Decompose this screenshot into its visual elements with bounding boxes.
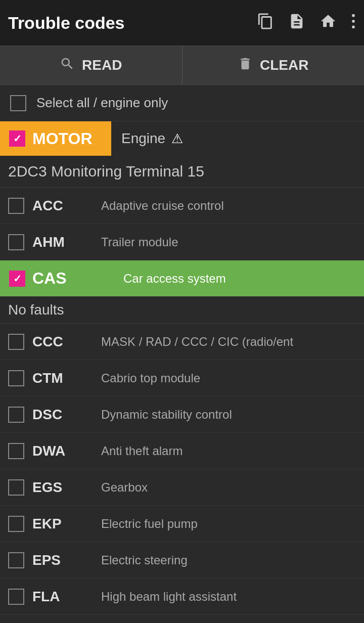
read-button[interactable]: READ (0, 46, 183, 84)
module-row-cas[interactable]: CAS Car access system (0, 260, 364, 297)
more-options-icon[interactable] (351, 13, 356, 33)
svg-point-2 (352, 25, 355, 28)
header-icon-group (257, 13, 356, 33)
module-row-frm[interactable]: FRM Footwell module (lights) (0, 615, 364, 623)
egs-desc: Gearbox (101, 480, 356, 495)
motor-badge[interactable]: MOTOR (0, 121, 111, 156)
eps-code: EPS (32, 552, 93, 568)
cas-checkbox[interactable] (9, 271, 25, 287)
egs-checkbox[interactable] (8, 479, 24, 496)
module-row-ahm[interactable]: AHM Trailer module (0, 224, 364, 260)
module-row-eps[interactable]: EPS Electric steering (0, 542, 364, 579)
module-row-ekp[interactable]: EKP Electric fuel pump (0, 506, 364, 542)
clear-label: CLEAR (260, 57, 308, 73)
ctm-code: CTM (32, 370, 93, 386)
ctm-checkbox[interactable] (8, 370, 24, 386)
module-row-egs[interactable]: EGS Gearbox (0, 469, 364, 506)
module-row-fla[interactable]: FLA High beam light assistant (0, 579, 364, 615)
select-all-label: Select all / engine only (36, 95, 168, 111)
fla-checkbox[interactable] (8, 589, 24, 605)
section-title: 2DC3 Monitoring Terminal 15 (0, 156, 364, 188)
motor-label: MOTOR (32, 129, 93, 148)
select-all-row[interactable]: Select all / engine only (0, 85, 364, 121)
ctm-desc: Cabrio top module (101, 371, 356, 385)
warning-icon: ⚠ (171, 131, 183, 147)
cas-desc: Car access system (119, 272, 364, 286)
dwa-checkbox[interactable] (8, 443, 24, 459)
eps-desc: Electric steering (101, 553, 356, 567)
clear-button[interactable]: CLEAR (183, 46, 365, 84)
dwa-code: DWA (32, 443, 93, 459)
document-icon[interactable] (288, 13, 305, 33)
copy-icon[interactable] (257, 13, 274, 33)
fla-desc: High beam light assistant (101, 590, 356, 604)
acc-desc: Adaptive cruise control (101, 199, 356, 213)
svg-point-1 (352, 20, 355, 23)
search-icon (60, 56, 75, 75)
read-label: READ (82, 57, 122, 73)
ekp-checkbox[interactable] (8, 516, 24, 532)
fla-code: FLA (32, 589, 93, 605)
svg-point-0 (352, 14, 355, 17)
module-row-dsc[interactable]: DSC Dynamic stability control (0, 396, 364, 433)
module-row-ctm[interactable]: CTM Cabrio top module (0, 360, 364, 396)
page-title: Trouble codes (8, 13, 257, 33)
dwa-desc: Anti theft alarm (101, 444, 356, 458)
dsc-desc: Dynamic stability control (101, 408, 356, 422)
acc-checkbox[interactable] (8, 198, 24, 214)
engine-label: Engine (121, 130, 165, 147)
cas-code: CAS (32, 269, 93, 288)
delete-icon (238, 56, 253, 75)
module-row-dwa[interactable]: DWA Anti theft alarm (0, 433, 364, 469)
ekp-code: EKP (32, 516, 93, 532)
ekp-desc: Electric fuel pump (101, 517, 356, 531)
ahm-checkbox[interactable] (8, 234, 24, 250)
home-icon[interactable] (320, 13, 337, 33)
ccc-checkbox[interactable] (8, 334, 24, 350)
dsc-code: DSC (32, 407, 93, 423)
ccc-code: CCC (32, 334, 93, 350)
motor-engine-info: Engine ⚠ (111, 130, 193, 147)
acc-code: ACC (32, 198, 93, 214)
ahm-code: AHM (32, 234, 93, 250)
eps-checkbox[interactable] (8, 552, 24, 568)
module-row-ccc[interactable]: CCC MASK / RAD / CCC / CIC (radio/ent (0, 324, 364, 360)
select-all-checkbox[interactable] (10, 95, 26, 111)
ahm-desc: Trailer module (101, 235, 356, 249)
ccc-desc: MASK / RAD / CCC / CIC (radio/ent (101, 335, 356, 349)
action-bar: READ CLEAR (0, 46, 364, 85)
no-faults-banner: No faults (0, 297, 364, 324)
egs-code: EGS (32, 479, 93, 496)
motor-section-header: MOTOR Engine ⚠ (0, 121, 364, 156)
module-row-acc[interactable]: ACC Adaptive cruise control (0, 188, 364, 224)
motor-checkbox[interactable] (9, 130, 25, 147)
app-header: Trouble codes (0, 0, 364, 46)
dsc-checkbox[interactable] (8, 407, 24, 423)
